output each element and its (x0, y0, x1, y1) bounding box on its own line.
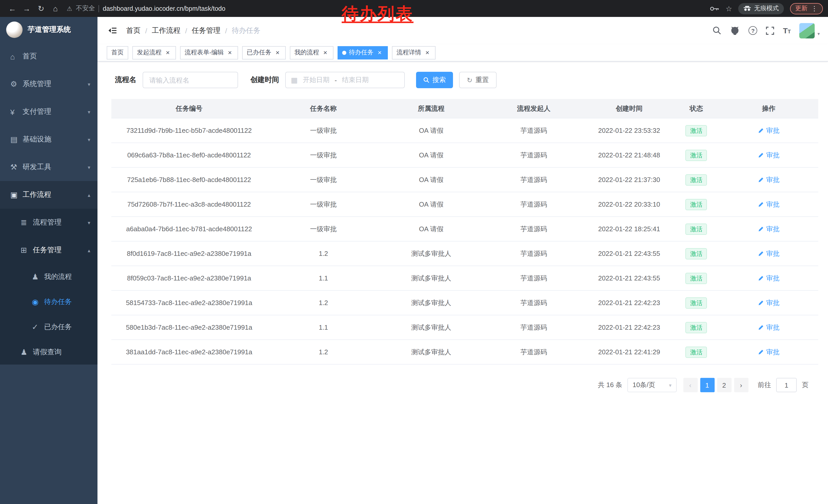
tab-close-icon[interactable]: × (274, 49, 281, 56)
end-date-placeholder[interactable]: 结束日期 (342, 75, 369, 85)
goto-page-input[interactable] (776, 378, 797, 392)
tab-5[interactable]: 待办任务× (338, 46, 388, 59)
eye-icon: ◉ (32, 297, 44, 306)
sidebar-item-home[interactable]: ⌂ 首页 (0, 43, 97, 70)
back-icon[interactable]: ← (5, 4, 19, 13)
forward-icon[interactable]: → (19, 4, 34, 13)
edit-icon (758, 201, 764, 208)
reload-icon[interactable]: ↻ (34, 4, 48, 13)
browser-home-icon[interactable]: ⌂ (48, 4, 63, 13)
tab-bar: 首页发起流程×流程表单-编辑×已办任务×我的流程×待办任务×流程详情× (97, 44, 828, 61)
tab-close-icon[interactable]: × (164, 49, 171, 56)
approve-button[interactable]: 审批 (758, 274, 780, 283)
font-size-icon[interactable]: TT (783, 27, 791, 34)
sidebar-collapse-icon[interactable] (108, 27, 117, 34)
bookmark-star-icon[interactable]: ☆ (726, 4, 732, 12)
sidebar-item-task-mgmt[interactable]: ⊞ 任务管理 ▴ (0, 236, 97, 264)
update-chip[interactable]: 更新 ⋮ (790, 3, 823, 14)
tab-3[interactable]: 已办任务× (242, 46, 286, 59)
start-date-placeholder[interactable]: 开始日期 (303, 75, 329, 85)
approve-button[interactable]: 审批 (758, 249, 780, 258)
cell-action: 审批 (719, 241, 818, 266)
sidebar-item-leave-query[interactable]: ♟ 请假查询 (0, 339, 97, 365)
next-page-button[interactable]: › (734, 378, 748, 392)
cell-process: 测试多审批人 (380, 241, 483, 266)
sidebar-item-todo-tasks[interactable]: ◉ 待办任务 (0, 289, 97, 314)
cell-action: 审批 (719, 119, 818, 142)
address-bar[interactable]: ⚠ 不安全 dashboard.yudao.iocoder.cn/bpm/tas… (67, 4, 225, 13)
cell-status: 激活 (673, 143, 719, 167)
refresh-icon: ↻ (467, 76, 472, 84)
cell-task-id: 8f0d1619-7ac8-11ec-a9e2-a2380e71991a (111, 241, 267, 266)
edit-icon (758, 226, 764, 232)
menu-kebab-icon[interactable]: ⋮ (811, 5, 818, 12)
cell-task-name: 1.2 (267, 241, 380, 266)
app-title: 芋道管理系统 (28, 25, 71, 34)
user-avatar[interactable] (799, 23, 815, 38)
approve-button[interactable]: 审批 (758, 348, 780, 357)
page-button-2[interactable]: 2 (717, 378, 731, 392)
status-badge: 激活 (686, 223, 707, 235)
approve-button[interactable]: 审批 (758, 224, 780, 234)
tab-label: 流程表单-编辑 (185, 48, 224, 57)
sidebar-item-my-process[interactable]: ♟ 我的流程 (0, 264, 97, 289)
sidebar-item-payment[interactable]: ¥ 支付管理 ▾ (0, 98, 97, 126)
breadcrumb-workflow[interactable]: 工作流程 (152, 26, 180, 35)
reset-button[interactable]: ↻ 重置 (459, 72, 497, 88)
sidebar-item-devtools[interactable]: ⚒ 研发工具 ▾ (0, 153, 97, 181)
fullscreen-icon[interactable] (766, 27, 774, 35)
breadcrumb-task-mgmt[interactable]: 任务管理 (192, 26, 220, 35)
breadcrumb-home[interactable]: 首页 (126, 26, 140, 35)
tab-close-icon[interactable]: × (322, 49, 329, 56)
help-icon[interactable]: ? (748, 26, 757, 35)
tab-0[interactable]: 首页 (107, 46, 128, 59)
approve-button[interactable]: 审批 (758, 323, 780, 332)
cell-action: 审批 (719, 266, 818, 290)
approve-button[interactable]: 审批 (758, 175, 780, 184)
sidebar-item-done-tasks[interactable]: ✓ 已办任务 (0, 314, 97, 339)
table-row: 069c6a63-7b8a-11ec-8ef0-acde48001122 一级审… (111, 143, 818, 168)
tab-4[interactable]: 我的流程× (290, 46, 333, 59)
prev-page-button[interactable]: ‹ (683, 378, 697, 392)
date-range-picker[interactable]: ▦ 开始日期 - 结束日期 (285, 72, 405, 88)
search-icon[interactable] (713, 26, 721, 35)
tab-close-icon[interactable]: × (226, 49, 234, 56)
approve-button[interactable]: 审批 (758, 298, 780, 307)
sidebar-item-process-mgmt[interactable]: ≣ 流程管理 ▾ (0, 209, 97, 236)
tools-icon: ⚒ (10, 163, 23, 172)
page-url[interactable]: dashboard.yudao.iocoder.cn/bpm/task/todo (103, 5, 225, 12)
process-name-label: 流程名 (115, 75, 136, 85)
sidebar-item-system[interactable]: ⚙ 系统管理 ▾ (0, 70, 97, 98)
update-label[interactable]: 更新 (795, 4, 808, 13)
search-button-label: 搜索 (432, 75, 446, 85)
avatar-caret-icon[interactable]: ▾ (818, 31, 820, 36)
github-icon[interactable] (730, 26, 740, 35)
page-size-select[interactable]: 10条/页 ▾ (627, 378, 677, 392)
sidebar-item-workflow[interactable]: ▣ 工作流程 ▴ (0, 181, 97, 209)
sidebar-item-infrastructure[interactable]: ▤ 基础设施 ▾ (0, 126, 97, 153)
chevron-up-icon: ▴ (88, 192, 90, 198)
tab-2[interactable]: 流程表单-编辑× (180, 46, 238, 59)
search-button[interactable]: 搜索 (416, 72, 453, 88)
goto-label: 前往 (758, 380, 771, 390)
chevron-down-icon: ▾ (88, 220, 90, 225)
tab-close-icon[interactable]: × (376, 49, 383, 56)
security-label[interactable]: 不安全 (76, 4, 95, 13)
approve-button[interactable]: 审批 (758, 126, 780, 135)
sidebar-item-label: 支付管理 (23, 107, 51, 117)
key-icon[interactable] (710, 6, 719, 11)
cell-create-time: 2022-01-22 21:48:48 (585, 143, 673, 167)
approve-button[interactable]: 审批 (758, 200, 780, 209)
gear-icon: ⚙ (10, 80, 23, 89)
page-button-1[interactable]: 1 (700, 378, 714, 392)
pagination: 共 16 条 10条/页 ▾ ‹ 12 › 前往 页 (111, 378, 809, 392)
approve-button[interactable]: 审批 (758, 150, 780, 160)
process-name-input[interactable] (142, 72, 238, 88)
tab-6[interactable]: 流程详情× (392, 46, 436, 59)
chevron-down-icon: ▾ (88, 81, 90, 87)
cell-task-id: 75d72608-7b7f-11ec-a3c8-acde48001122 (111, 192, 267, 216)
cell-action: 审批 (719, 217, 818, 241)
tab-1[interactable]: 发起流程× (132, 46, 176, 59)
chevron-down-icon: ▾ (88, 164, 90, 170)
tab-close-icon[interactable]: × (424, 49, 431, 56)
